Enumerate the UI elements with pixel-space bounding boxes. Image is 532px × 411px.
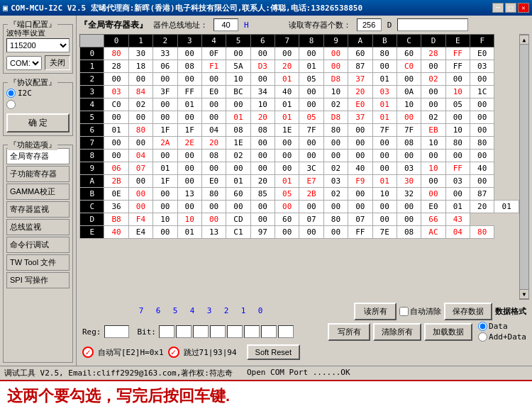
cell-D-1[interactable]: F4 <box>128 213 153 226</box>
cell-9-1[interactable]: 07 <box>128 162 153 175</box>
cell-7-2[interactable]: 2A <box>153 137 177 150</box>
cell-5-14[interactable]: 00 <box>445 111 470 124</box>
cell-9-3[interactable]: 00 <box>177 162 201 175</box>
cell-D-14[interactable]: 43 <box>445 213 470 226</box>
cell-4-12[interactable]: 10 <box>397 98 421 111</box>
func-btn-1[interactable]: 子功能寄存器 <box>6 166 70 182</box>
other-radio[interactable] <box>6 100 70 109</box>
func-btn-7[interactable]: SPI 写操作 <box>6 272 70 288</box>
cell-3-9[interactable]: 10 <box>323 86 348 98</box>
cell-0-10[interactable]: 60 <box>348 47 372 60</box>
clear-all-button[interactable]: 清除所有 <box>373 323 421 341</box>
confirm-button[interactable]: 确 定 <box>6 113 70 133</box>
cell-3-2[interactable]: 3F <box>153 86 177 98</box>
cell-D-12[interactable]: 00 <box>397 213 421 226</box>
cell-2-1[interactable]: 00 <box>128 73 153 86</box>
radio-data-option[interactable]: Data <box>478 322 526 331</box>
bit-box-0[interactable] <box>278 325 294 338</box>
cell-B-14[interactable]: 00 <box>445 188 470 201</box>
soft-reset-button[interactable]: Soft Reset <box>247 344 300 360</box>
cell-6-13[interactable]: EB <box>421 124 445 137</box>
cell-0-3[interactable]: 00 <box>177 47 201 60</box>
cell-3-3[interactable]: FF <box>177 86 201 98</box>
cell-9-7[interactable]: 00 <box>275 162 299 175</box>
cell-6-9[interactable]: 80 <box>323 124 348 137</box>
cell-D-13[interactable]: 66 <box>421 213 445 226</box>
cell-A-5[interactable]: 01 <box>226 175 250 188</box>
cell-A-15[interactable]: 00 <box>470 175 494 188</box>
cell-B-7[interactable]: 05 <box>275 188 299 201</box>
cell-7-3[interactable]: 2E <box>177 137 201 150</box>
cell-8-13[interactable]: 00 <box>421 150 445 162</box>
cell-A-2[interactable]: 1F <box>153 175 177 188</box>
load-data-button[interactable]: 加载数据 <box>424 323 472 341</box>
cell-8-8[interactable]: 00 <box>299 150 323 162</box>
cell-8-3[interactable]: 00 <box>177 150 201 162</box>
cell-7-8[interactable]: 00 <box>299 137 323 150</box>
cell-6-7[interactable]: 1E <box>275 124 299 137</box>
cell-0-8[interactable]: 00 <box>299 47 323 60</box>
cell-1-10[interactable]: 87 <box>348 60 372 73</box>
cell-2-13[interactable]: 02 <box>421 73 445 86</box>
cell-0-6[interactable]: 00 <box>250 47 275 60</box>
cell-D-3[interactable]: 10 <box>177 213 201 226</box>
cell-6-11[interactable]: 7F <box>372 124 397 137</box>
cell-9-5[interactable]: 00 <box>226 162 250 175</box>
cell-B-15[interactable]: 87 <box>470 188 494 201</box>
cell-C-6[interactable]: 00 <box>250 201 275 213</box>
cell-5-8[interactable]: 05 <box>299 111 323 124</box>
cell-9-12[interactable]: 03 <box>397 162 421 175</box>
cell-3-10[interactable]: 20 <box>348 86 372 98</box>
cell-2-3[interactable]: 00 <box>177 73 201 86</box>
cell-8-0[interactable]: 00 <box>104 150 128 162</box>
cell-C-9[interactable]: 00 <box>323 201 348 213</box>
cell-9-4[interactable]: 00 <box>201 162 226 175</box>
cell-1-7[interactable]: 20 <box>275 60 299 73</box>
cell-6-4[interactable]: 04 <box>201 124 226 137</box>
cell-5-6[interactable]: 20 <box>250 111 275 124</box>
cell-9-8[interactable]: 3C <box>299 162 323 175</box>
cell-9-13[interactable]: 10 <box>421 162 445 175</box>
cell-5-4[interactable]: 00 <box>201 111 226 124</box>
cell-8-7[interactable]: 00 <box>275 150 299 162</box>
cell-B-12[interactable]: 32 <box>397 188 421 201</box>
cell-4-2[interactable]: 00 <box>153 98 177 111</box>
cell-8-4[interactable]: 08 <box>201 150 226 162</box>
cell-E-2[interactable]: 00 <box>153 226 177 239</box>
cell-9-15[interactable]: 40 <box>470 162 494 175</box>
save-data-button[interactable]: 保存数据 <box>444 303 492 320</box>
cell-2-12[interactable]: 00 <box>397 73 421 86</box>
cell-8-11[interactable]: 00 <box>372 150 397 162</box>
cell-2-8[interactable]: 05 <box>299 73 323 86</box>
cell-7-0[interactable]: 00 <box>104 137 128 150</box>
cell-B-1[interactable]: 00 <box>128 188 153 201</box>
baud-select[interactable]: 115200 <box>6 38 70 52</box>
cell-4-13[interactable]: 00 <box>421 98 445 111</box>
cell-4-1[interactable]: 02 <box>128 98 153 111</box>
cell-3-15[interactable]: 1C <box>470 86 494 98</box>
read-all-button[interactable]: 读所有 <box>354 303 397 320</box>
cell-1-12[interactable]: C0 <box>397 60 421 73</box>
cell-C-16[interactable]: 01 <box>494 201 519 213</box>
cell-4-10[interactable]: E0 <box>348 98 372 111</box>
cell-5-7[interactable]: 01 <box>275 111 299 124</box>
cell-2-5[interactable]: 10 <box>226 73 250 86</box>
cell-B-3[interactable]: 13 <box>177 188 201 201</box>
cell-A-1[interactable]: 00 <box>128 175 153 188</box>
cell-6-8[interactable]: 7F <box>299 124 323 137</box>
cell-C-4[interactable]: 00 <box>201 201 226 213</box>
read-count-input[interactable] <box>357 18 382 31</box>
cell-1-8[interactable]: 01 <box>299 60 323 73</box>
cell-B-4[interactable]: 80 <box>201 188 226 201</box>
cell-E-15[interactable]: 80 <box>470 226 494 239</box>
cell-1-14[interactable]: FF <box>445 60 470 73</box>
cell-A-8[interactable]: E7 <box>299 175 323 188</box>
cell-6-14[interactable]: 10 <box>445 124 470 137</box>
cell-6-10[interactable]: 00 <box>348 124 372 137</box>
cell-E-12[interactable]: 08 <box>397 226 421 239</box>
cell-B-11[interactable]: 10 <box>372 188 397 201</box>
cell-E-13[interactable]: AC <box>421 226 445 239</box>
cell-2-7[interactable]: 01 <box>275 73 299 86</box>
cell-1-11[interactable]: 00 <box>372 60 397 73</box>
com-select[interactable]: COM1 <box>6 56 42 70</box>
